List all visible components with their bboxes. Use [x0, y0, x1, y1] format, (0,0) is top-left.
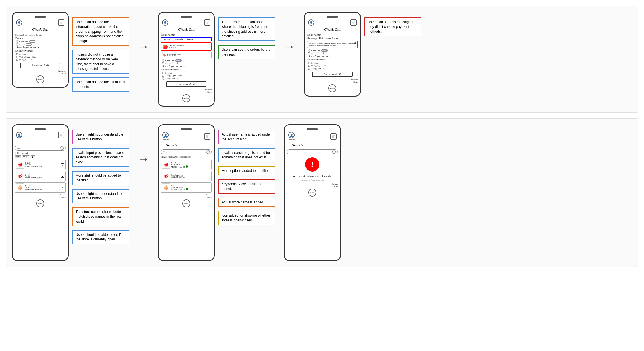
radio-credit: [16, 40, 18, 43]
bottom-section-2: 👤 username 🛒 ← Search Shop Fruit Chicken…: [158, 124, 275, 261]
radio-c2: [162, 59, 164, 62]
cart-icon-4: 🛒: [58, 132, 64, 138]
bottom-row: 👤 🛒 ← Meat Filter product Fruit Drug T. …: [6, 118, 638, 267]
user-icon-4: 👤: [16, 132, 22, 138]
delivery-option-1: 30 mins: [16, 53, 66, 55]
username-label-6: username: [288, 138, 295, 140]
product-details-1: $ 12.99 No Store Food market • Else, Mac: [25, 162, 60, 167]
place-order-btn[interactable]: Place order – $160: [20, 63, 60, 68]
back-btn-6[interactable]: ←: [287, 142, 291, 147]
product-details-5-1: $ 12.99 VIEW DETAILS METRO • Secs, D3: [171, 162, 210, 168]
search-title-row: ← Search: [161, 142, 212, 148]
back-btn-5[interactable]: ←: [161, 142, 165, 147]
r3: [162, 77, 164, 80]
payment-options: Credit card PayPal Select Payment method…: [15, 40, 66, 49]
product-item-1: 🍅 1 PC TOMATO $0.60 & $0.21/PC: [161, 42, 212, 51]
place-order-btn-3[interactable]: Place order – $160: [312, 72, 353, 77]
radio-p3: [308, 52, 310, 54]
radio-paypal: [16, 43, 18, 46]
annotation-2-1: There has information about where the sh…: [218, 17, 275, 41]
annotation-b2-5: Actual store name is added.: [218, 198, 275, 207]
store-circle: Walmart: [36, 75, 44, 83]
credit-card-3: Credit card VISA: [308, 49, 358, 52]
arrow-bottom: →: [138, 124, 149, 166]
phone-top-bar-3: 👤 🛒: [307, 19, 358, 26]
annotation-b1-2: Invalid input prevention: if users searc…: [72, 148, 129, 167]
search-input-6[interactable]: apple: [289, 151, 331, 153]
cart-icon: 🛒: [58, 19, 64, 26]
search-title-5: Search: [166, 143, 177, 148]
delivery-options-2: 30 mins Today, 11pm – 12am Today, 2am – …: [161, 72, 212, 80]
back-btn-4[interactable]: ←: [15, 140, 66, 144]
delivery-label-2: Set delivery times:: [161, 68, 212, 71]
d-opt-3: Today, 2am – 3: [162, 77, 212, 80]
place-order-btn-2[interactable]: Place order – $160: [166, 81, 206, 87]
modal-close-btn[interactable]: ✕: [354, 42, 356, 44]
filter-play-btn[interactable]: ▶: [31, 155, 35, 158]
annotations-col-3: Users can see this message if they didn'…: [364, 12, 421, 36]
user-icon-2: 👤: [162, 19, 168, 26]
r2: [162, 75, 164, 77]
top-section-1: 👤 🛒 Check Out Shipping: University of To…: [12, 12, 129, 92]
rd3: [308, 68, 310, 70]
radio-d3: [16, 59, 18, 61]
product-row-5-3: 🧅 $ 22.25 VIEW DETAILS No Frills • Secs,…: [161, 182, 212, 193]
search-input-4[interactable]: Meat: [17, 147, 59, 149]
product-details-2: $ 15.99 No Store Food market • Else, Mac: [25, 174, 60, 179]
select-payment: Select Payment methods: [16, 46, 66, 49]
r1: [162, 72, 164, 74]
product-btn-2[interactable]: ▶: [61, 175, 64, 178]
filter-chip-drug[interactable]: Drug T.: [22, 155, 30, 158]
select-payment-2: Select Payment methods: [162, 65, 212, 68]
main-container: 👤 🛒 Check Out Shipping: University of To…: [0, 0, 644, 351]
annotations-col-b2: Actual username is added under the accou…: [218, 124, 275, 225]
error-icon: !: [305, 157, 319, 172]
filter-chip-fruit-5[interactable]: Fruit: [161, 156, 167, 158]
phone-speaker-5: [181, 128, 192, 130]
error-title: We couldn't find any results for apple.: [287, 174, 338, 178]
annotation-1-3: Users can not see the list of their prod…: [72, 77, 129, 92]
delivery-label-3: Set delivery times:: [307, 58, 358, 61]
cart-icon-6: 🛒: [330, 133, 337, 140]
search-icon-5[interactable]: [206, 150, 210, 154]
product-img-3: 🧅: [16, 183, 24, 191]
store-circle-2: Walmart: [182, 94, 190, 102]
search-icon-6[interactable]: [332, 150, 336, 154]
search-icon-4[interactable]: [60, 146, 64, 150]
phone-speaker-2: [181, 16, 192, 18]
product-item-2: 🍗 1 PC chicken basket & $11.00/PC: [161, 52, 212, 58]
annotation-b2-4: Keywords "view details" is added.: [218, 179, 275, 194]
filter-chip-chicken2-5[interactable]: CHICKEN T.: [179, 156, 191, 158]
payment-modal: ✕ You didn't choose a payment method, pl…: [307, 41, 358, 48]
d-opt-2: Today, 11pm – 12am: [162, 75, 212, 77]
credit-card-2: Credit card VISA: [162, 59, 212, 62]
phone-search-error: 👤 username 🛒 ← Search apple ! We couldn'…: [284, 124, 341, 261]
user-icon: 👤: [16, 19, 22, 26]
paypal-2: PayPal: [162, 62, 212, 64]
search-input-5[interactable]: Shop: [163, 151, 205, 153]
filter-chip-chicken-5[interactable]: Chicken T.: [168, 156, 178, 158]
filter-chip-fruit[interactable]: Fruit: [15, 155, 21, 158]
product-img-5-3: 🧅: [162, 183, 170, 191]
annotation-b1-1: Users might not understand the use of th…: [72, 130, 129, 144]
phone-search-improved: 👤 username 🛒 ← Search Shop Fruit Chicken…: [158, 124, 215, 261]
product-btn-1[interactable]: ▶: [61, 163, 64, 166]
phone-checkout-original: 👤 🛒 Check Out Shipping: University of To…: [12, 12, 69, 88]
d3-opt-2: Today, 11pm – 12am: [308, 65, 358, 67]
phone-search-original: 👤 🛒 ← Meat Filter product Fruit Drug T. …: [12, 124, 69, 261]
delivery-option-2: Today, 11pm – 12am: [16, 56, 66, 58]
product-details-5-2: $ 15.99 VIEW DETAILS Walmart • Secs, D3: [171, 174, 210, 179]
annotation-3-1: Users can see this message if they didn'…: [364, 17, 421, 36]
open-icon-1: [186, 165, 188, 168]
payment-options-3: Credit card VISA PayPal Select Payment m…: [307, 49, 358, 58]
store-circle-6: APRIL: [308, 189, 316, 197]
product-btn-3[interactable]: ▶: [61, 186, 64, 189]
bottom-section-3: 👤 username 🛒 ← Search apple ! We couldn'…: [284, 124, 341, 261]
filter-label-4: Filter product: [15, 152, 66, 154]
shipping-line-improved: Shipping to: University of Toronto: [161, 37, 212, 41]
delivery-options: 30 mins Today, 11pm – 12am Today, 2am – …: [15, 53, 66, 61]
annotation-b1-5: The store names should better match thos…: [72, 207, 129, 226]
user-with-label: 👤 username: [162, 132, 169, 141]
phone-title-3: Check Out: [307, 27, 358, 32]
top-row: 👤 🛒 Check Out Shipping: University of To…: [6, 6, 638, 113]
